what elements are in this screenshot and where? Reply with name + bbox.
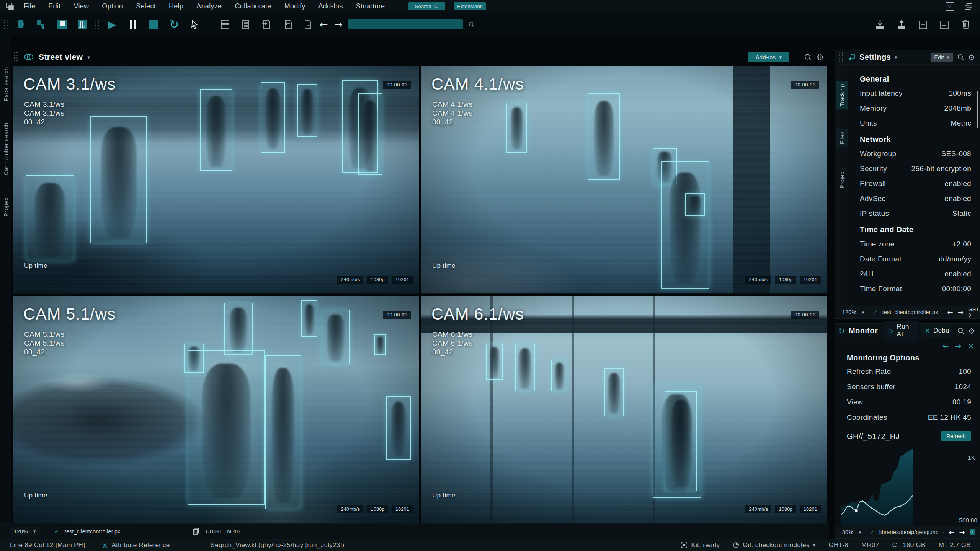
stop-icon[interactable] <box>147 18 160 31</box>
menu-item[interactable]: File <box>24 2 35 10</box>
upload-icon[interactable] <box>895 18 908 31</box>
setting-value[interactable]: enabled <box>944 194 971 203</box>
back-icon[interactable]: ← <box>942 341 949 350</box>
setting-value[interactable]: Metric <box>951 119 971 127</box>
menu-item[interactable]: Structure <box>356 2 385 10</box>
menu-item[interactable]: Option <box>102 2 123 10</box>
rail-item[interactable]: Face search <box>3 67 9 101</box>
settings-row: Workgroup SES-008 <box>860 146 971 161</box>
menu-search-button[interactable]: Search <box>408 2 445 10</box>
gear-icon[interactable]: ⚙ <box>968 53 975 62</box>
chevron-down-icon[interactable]: ▾ <box>895 54 897 60</box>
setting-value[interactable]: 256-bit encryption <box>911 165 971 173</box>
forward-icon[interactable]: → <box>955 341 962 350</box>
toolbar-search-input[interactable] <box>348 19 463 29</box>
menu-item[interactable]: Collaborate <box>235 2 271 10</box>
setting-value[interactable]: Static <box>952 209 971 218</box>
clipboard-list-icon[interactable] <box>239 18 252 31</box>
setting-value[interactable]: dd/mm/yy <box>939 255 971 263</box>
download-icon[interactable] <box>874 18 887 31</box>
debug-tab[interactable]: × Debu <box>921 324 953 337</box>
attribute-reference[interactable]: × Attribute Reference <box>102 541 170 549</box>
import-page-icon[interactable] <box>281 18 294 31</box>
forward-icon[interactable]: → <box>958 308 964 316</box>
layout-blocks-tool-icon[interactable] <box>35 18 48 31</box>
copy-icon[interactable] <box>943 529 944 536</box>
export-page-icon[interactable] <box>260 18 273 31</box>
search-icon[interactable] <box>957 54 964 61</box>
camera-feed[interactable]: CAM 5.1/ws CAM 5.1/ws CAM 5.1/ws 00_42 0… <box>13 296 419 524</box>
menu-item[interactable]: Modify <box>284 2 305 10</box>
gear-icon[interactable]: ⚙ <box>817 52 824 62</box>
search-icon[interactable] <box>468 21 475 28</box>
setting-value[interactable]: SES-008 <box>941 150 971 158</box>
camera-feed[interactable]: CAM 3.1/ws CAM 3.1/ws CAM 3.1/ws 00_42 0… <box>13 66 419 294</box>
uptime-label: Up time <box>24 262 47 270</box>
settings-tab[interactable]: Files <box>836 129 848 147</box>
menu-item[interactable]: Select <box>136 2 156 10</box>
rail-item[interactable]: Car number search <box>3 122 9 176</box>
layout-windows-icon[interactable] <box>964 3 973 10</box>
zoom-dropdown[interactable]: 80% ▾ <box>838 528 865 537</box>
chevron-down-icon[interactable]: ▾ <box>87 54 90 60</box>
copy-icon[interactable] <box>193 528 199 535</box>
frame-tool-icon[interactable] <box>56 18 69 31</box>
pause-icon[interactable] <box>126 18 139 31</box>
add-tray-icon[interactable] <box>916 18 929 31</box>
forward-icon[interactable]: → <box>959 528 965 536</box>
option-value[interactable]: 00.19 <box>952 398 971 406</box>
menu-item[interactable]: View <box>74 2 89 10</box>
menu-item[interactable]: Add-Ins <box>318 2 343 10</box>
cascade-windows-icon[interactable] <box>219 18 232 31</box>
option-value[interactable]: EE 12 HK 45 <box>928 413 971 422</box>
drag-handle[interactable] <box>838 52 844 63</box>
refresh-button[interactable]: Refresh <box>941 431 971 441</box>
drag-handle[interactable] <box>95 19 100 30</box>
option-value[interactable]: 100 <box>959 367 971 376</box>
settings-body: TrackingFilesProject General Input laten… <box>835 65 980 306</box>
setting-value[interactable]: enabled <box>944 179 971 188</box>
kit-status[interactable]: Kit: ready <box>681 541 720 549</box>
new-page-icon[interactable] <box>301 18 314 31</box>
settings-tab[interactable]: Project <box>836 167 848 192</box>
option-value[interactable]: 1024 <box>955 383 971 391</box>
loop-icon[interactable]: ↻ <box>168 18 181 31</box>
trash-icon[interactable] <box>959 18 972 31</box>
setting-value[interactable]: enabled <box>944 270 971 278</box>
menu-item[interactable]: Edit <box>48 2 60 10</box>
camera-feed[interactable]: CAM 6.1/ws CAM 6.1/ws CAM 6.1/ws 00_42 0… <box>421 296 827 524</box>
rail-item[interactable]: Project <box>3 197 9 217</box>
scrollbar[interactable] <box>977 91 978 128</box>
back-icon[interactable]: ← <box>949 528 954 536</box>
menu-item[interactable]: Help <box>169 2 183 10</box>
setting-value[interactable]: 100ms <box>949 89 971 98</box>
zoom-dropdown[interactable]: 120% ▾ <box>10 527 40 536</box>
play-icon[interactable]: ▶ <box>106 18 119 31</box>
extensions-button[interactable]: Extensions <box>454 2 486 10</box>
search-icon[interactable] <box>957 327 964 334</box>
gear-icon[interactable]: ⚙ <box>968 326 975 336</box>
forward-icon[interactable]: → <box>334 19 343 30</box>
panel-search-input[interactable] <box>970 529 975 535</box>
search-icon[interactable] <box>804 53 812 61</box>
window-dropdown-icon[interactable]: ▽ <box>946 2 954 11</box>
close-icon[interactable]: × <box>968 341 974 350</box>
camera-feed[interactable]: CAM 4.1/ws CAM 4.1/ws CAM 4.1/ws 00_42 0… <box>421 66 827 294</box>
shape-add-tool-icon[interactable] <box>14 18 27 31</box>
edit-button[interactable]: Edit ▾ <box>931 53 953 62</box>
remove-tray-icon[interactable] <box>938 18 951 31</box>
setting-value[interactable]: 00:00:00 <box>942 285 971 293</box>
addins-button[interactable]: Add-ins ▾ <box>748 52 789 62</box>
setting-value[interactable]: +2.00 <box>952 240 971 248</box>
drag-handle[interactable] <box>13 51 19 63</box>
cursor-icon[interactable] <box>188 18 201 31</box>
mixer-tool-icon[interactable] <box>76 18 89 31</box>
back-icon[interactable]: ← <box>947 308 953 316</box>
setting-value[interactable]: 2048mb <box>944 104 971 112</box>
menu-item[interactable]: Analyze <box>196 2 222 10</box>
settings-tab[interactable]: Tracking <box>836 81 848 109</box>
zoom-dropdown[interactable]: 120% ▾ <box>838 308 868 317</box>
git-status[interactable]: Git: checkout modules ▾ <box>733 541 815 549</box>
back-icon[interactable]: ← <box>320 19 328 30</box>
drag-handle[interactable] <box>3 19 9 30</box>
